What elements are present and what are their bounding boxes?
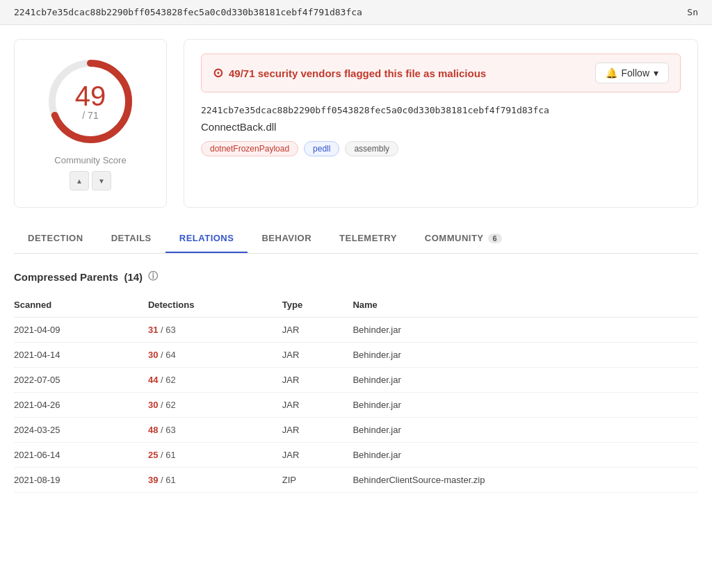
score-text: 49 / 71 — [75, 82, 106, 121]
cell-detections: 30 / 62 — [148, 393, 282, 418]
downvote-button[interactable]: ▼ — [92, 171, 111, 190]
cell-type: JAR — [282, 418, 353, 443]
upvote-button[interactable]: ▲ — [70, 171, 89, 190]
cell-detections: 30 / 64 — [148, 343, 282, 368]
cell-scanned: 2021-04-09 — [14, 318, 148, 343]
table-row: 2021-04-09 31 / 63 JAR Behinder.jar — [14, 318, 698, 343]
col-name: Name — [353, 294, 698, 318]
table-row: 2024-03-25 48 / 63 JAR Behinder.jar — [14, 418, 698, 443]
cell-name: Behinder.jar — [353, 368, 698, 393]
cell-name: Behinder.jar — [353, 343, 698, 368]
tag-dotnet[interactable]: dotnetFrozenPayload — [201, 141, 298, 156]
alert-message: 49/71 security vendors flagged this file… — [229, 67, 486, 79]
table-row: 2021-06-14 25 / 61 JAR Behinder.jar — [14, 443, 698, 468]
table-row: 2021-04-26 30 / 62 JAR Behinder.jar — [14, 393, 698, 418]
table-row: 2021-08-19 39 / 61 ZIP BehinderClientSou… — [14, 468, 698, 493]
community-score-label: Community Score — [54, 155, 126, 165]
alert-text: ⊙ 49/71 security vendors flagged this fi… — [213, 65, 486, 81]
score-circle: 49 / 71 — [45, 56, 136, 147]
score-denominator: / 71 — [75, 110, 106, 121]
compressed-parents-section: Compressed Parents (14) ⓘ Scanned Detect… — [14, 270, 698, 493]
cell-type: ZIP — [282, 468, 353, 493]
main-content: 49 / 71 Community Score ▲ ▼ ⊙ 49/71 secu… — [0, 25, 712, 507]
cell-scanned: 2022-07-05 — [14, 368, 148, 393]
info-icon[interactable]: ⓘ — [148, 270, 158, 283]
cell-name: Behinder.jar — [353, 443, 698, 468]
section-title-text: Compressed Parents (14) — [14, 271, 143, 283]
cell-detections: 31 / 63 — [148, 318, 282, 343]
vote-controls: ▲ ▼ — [70, 171, 111, 190]
cell-name: Behinder.jar — [353, 393, 698, 418]
tag-assembly[interactable]: assembly — [345, 141, 398, 156]
cell-scanned: 2024-03-25 — [14, 418, 148, 443]
community-badge: 6 — [488, 234, 503, 243]
score-number: 49 — [75, 82, 106, 110]
info-section: 49 / 71 Community Score ▲ ▼ ⊙ 49/71 secu… — [14, 39, 698, 208]
chevron-down-icon: ▾ — [654, 67, 658, 79]
cell-detections: 44 / 62 — [148, 368, 282, 393]
tab-community[interactable]: COMMUNITY6 — [411, 224, 516, 253]
cell-detections: 48 / 63 — [148, 418, 282, 443]
cell-name: Behinder.jar — [353, 318, 698, 343]
col-scanned: Scanned — [14, 294, 148, 318]
follow-label: Follow — [622, 67, 649, 79]
follow-button[interactable]: 🔔 Follow ▾ — [595, 63, 669, 83]
cell-scanned: 2021-08-19 — [14, 468, 148, 493]
alert-icon: ⊙ — [213, 65, 223, 81]
table-row: 2022-07-05 44 / 62 JAR Behinder.jar — [14, 368, 698, 393]
score-box: 49 / 71 Community Score ▲ ▼ — [14, 39, 167, 208]
cell-detections: 39 / 61 — [148, 468, 282, 493]
tab-behavior[interactable]: BEHAVIOR — [248, 224, 325, 253]
cell-type: JAR — [282, 368, 353, 393]
file-name: ConnectBack.dll — [201, 121, 681, 133]
tab-relations[interactable]: RELATIONS — [165, 224, 248, 253]
hash-topbar: 2241cb7e35dcac88b2290bff0543828fec5a0c0d… — [14, 7, 362, 17]
tab-detection[interactable]: DETECTION — [14, 224, 97, 253]
section-title: Compressed Parents (14) ⓘ — [14, 270, 698, 283]
cell-name: Behinder.jar — [353, 418, 698, 443]
col-detections: Detections — [148, 294, 282, 318]
tabs-bar: DETECTION DETAILS RELATIONS BEHAVIOR TEL… — [14, 224, 698, 254]
table-row: 2021-04-14 30 / 64 JAR Behinder.jar — [14, 343, 698, 368]
cell-type: JAR — [282, 343, 353, 368]
cell-name: BehinderClientSource-master.zip — [353, 468, 698, 493]
tag-pedll[interactable]: pedll — [304, 141, 339, 156]
top-right-label: Sn — [687, 7, 698, 17]
cell-detections: 25 / 61 — [148, 443, 282, 468]
cell-type: JAR — [282, 318, 353, 343]
bell-icon: 🔔 — [606, 67, 617, 79]
tags-container: dotnetFrozenPayload pedll assembly — [201, 141, 681, 156]
compressed-parents-table: Scanned Detections Type Name 2021-04-09 … — [14, 294, 698, 493]
tab-telemetry[interactable]: TELEMETRY — [325, 224, 411, 253]
col-type: Type — [282, 294, 353, 318]
details-box: ⊙ 49/71 security vendors flagged this fi… — [184, 39, 698, 208]
top-bar: 2241cb7e35dcac88b2290bff0543828fec5a0c0d… — [0, 0, 712, 25]
file-hash: 2241cb7e35dcac88b2290bff0543828fec5a0c0d… — [201, 105, 681, 115]
cell-type: JAR — [282, 393, 353, 418]
cell-scanned: 2021-04-26 — [14, 393, 148, 418]
table-header-row: Scanned Detections Type Name — [14, 294, 698, 318]
cell-scanned: 2021-06-14 — [14, 443, 148, 468]
alert-bar: ⊙ 49/71 security vendors flagged this fi… — [201, 54, 681, 92]
cell-type: JAR — [282, 443, 353, 468]
tab-details[interactable]: DETAILS — [97, 224, 165, 253]
cell-scanned: 2021-04-14 — [14, 343, 148, 368]
